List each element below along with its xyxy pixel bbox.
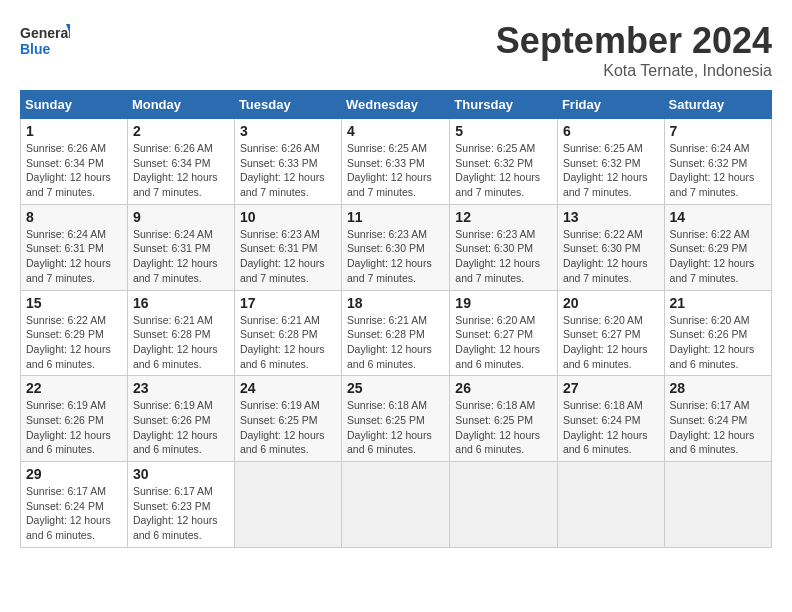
day-number: 9 [133,209,229,225]
day-number: 24 [240,380,336,396]
calendar-cell: 18 Sunrise: 6:21 AM Sunset: 6:28 PM Dayl… [342,290,450,376]
day-number: 18 [347,295,444,311]
calendar-cell: 28 Sunrise: 6:17 AM Sunset: 6:24 PM Dayl… [664,376,771,462]
day-number: 29 [26,466,122,482]
calendar-cell [557,462,664,548]
calendar-cell: 8 Sunrise: 6:24 AM Sunset: 6:31 PM Dayli… [21,204,128,290]
calendar-cell: 11 Sunrise: 6:23 AM Sunset: 6:30 PM Dayl… [342,204,450,290]
header-sunday: Sunday [21,91,128,119]
calendar-cell: 26 Sunrise: 6:18 AM Sunset: 6:25 PM Dayl… [450,376,558,462]
day-number: 3 [240,123,336,139]
calendar-cell: 1 Sunrise: 6:26 AM Sunset: 6:34 PM Dayli… [21,119,128,205]
calendar-table: SundayMondayTuesdayWednesdayThursdayFrid… [20,90,772,548]
calendar-cell: 24 Sunrise: 6:19 AM Sunset: 6:25 PM Dayl… [234,376,341,462]
day-number: 26 [455,380,552,396]
day-info: Sunrise: 6:23 AM Sunset: 6:31 PM Dayligh… [240,227,336,286]
calendar-cell: 27 Sunrise: 6:18 AM Sunset: 6:24 PM Dayl… [557,376,664,462]
calendar-cell: 29 Sunrise: 6:17 AM Sunset: 6:24 PM Dayl… [21,462,128,548]
day-info: Sunrise: 6:26 AM Sunset: 6:33 PM Dayligh… [240,141,336,200]
day-info: Sunrise: 6:26 AM Sunset: 6:34 PM Dayligh… [133,141,229,200]
day-info: Sunrise: 6:26 AM Sunset: 6:34 PM Dayligh… [26,141,122,200]
logo-svg: General Blue [20,20,70,62]
day-info: Sunrise: 6:21 AM Sunset: 6:28 PM Dayligh… [240,313,336,372]
day-number: 8 [26,209,122,225]
day-number: 7 [670,123,766,139]
calendar-week-row: 8 Sunrise: 6:24 AM Sunset: 6:31 PM Dayli… [21,204,772,290]
calendar-cell: 21 Sunrise: 6:20 AM Sunset: 6:26 PM Dayl… [664,290,771,376]
day-info: Sunrise: 6:17 AM Sunset: 6:23 PM Dayligh… [133,484,229,543]
header-thursday: Thursday [450,91,558,119]
calendar-cell: 22 Sunrise: 6:19 AM Sunset: 6:26 PM Dayl… [21,376,128,462]
day-number: 5 [455,123,552,139]
calendar-cell: 10 Sunrise: 6:23 AM Sunset: 6:31 PM Dayl… [234,204,341,290]
day-number: 14 [670,209,766,225]
day-info: Sunrise: 6:19 AM Sunset: 6:25 PM Dayligh… [240,398,336,457]
calendar-cell: 17 Sunrise: 6:21 AM Sunset: 6:28 PM Dayl… [234,290,341,376]
calendar-cell: 6 Sunrise: 6:25 AM Sunset: 6:32 PM Dayli… [557,119,664,205]
calendar-cell [234,462,341,548]
header-tuesday: Tuesday [234,91,341,119]
calendar-header-row: SundayMondayTuesdayWednesdayThursdayFrid… [21,91,772,119]
day-number: 6 [563,123,659,139]
day-number: 1 [26,123,122,139]
calendar-cell: 16 Sunrise: 6:21 AM Sunset: 6:28 PM Dayl… [127,290,234,376]
calendar-cell: 13 Sunrise: 6:22 AM Sunset: 6:30 PM Dayl… [557,204,664,290]
day-info: Sunrise: 6:21 AM Sunset: 6:28 PM Dayligh… [347,313,444,372]
day-number: 19 [455,295,552,311]
header-monday: Monday [127,91,234,119]
day-info: Sunrise: 6:25 AM Sunset: 6:33 PM Dayligh… [347,141,444,200]
day-number: 21 [670,295,766,311]
header-saturday: Saturday [664,91,771,119]
day-number: 4 [347,123,444,139]
day-number: 10 [240,209,336,225]
calendar-cell: 3 Sunrise: 6:26 AM Sunset: 6:33 PM Dayli… [234,119,341,205]
calendar-cell: 2 Sunrise: 6:26 AM Sunset: 6:34 PM Dayli… [127,119,234,205]
calendar-cell: 14 Sunrise: 6:22 AM Sunset: 6:29 PM Dayl… [664,204,771,290]
calendar-cell [450,462,558,548]
day-info: Sunrise: 6:23 AM Sunset: 6:30 PM Dayligh… [455,227,552,286]
day-info: Sunrise: 6:19 AM Sunset: 6:26 PM Dayligh… [26,398,122,457]
calendar-cell: 20 Sunrise: 6:20 AM Sunset: 6:27 PM Dayl… [557,290,664,376]
location-subtitle: Kota Ternate, Indonesia [496,62,772,80]
day-info: Sunrise: 6:20 AM Sunset: 6:27 PM Dayligh… [455,313,552,372]
day-info: Sunrise: 6:25 AM Sunset: 6:32 PM Dayligh… [563,141,659,200]
page-header: General Blue September 2024 Kota Ternate… [20,20,772,80]
day-number: 22 [26,380,122,396]
logo: General Blue [20,20,70,62]
calendar-cell: 9 Sunrise: 6:24 AM Sunset: 6:31 PM Dayli… [127,204,234,290]
calendar-cell: 25 Sunrise: 6:18 AM Sunset: 6:25 PM Dayl… [342,376,450,462]
day-info: Sunrise: 6:18 AM Sunset: 6:25 PM Dayligh… [347,398,444,457]
day-info: Sunrise: 6:20 AM Sunset: 6:27 PM Dayligh… [563,313,659,372]
day-info: Sunrise: 6:24 AM Sunset: 6:31 PM Dayligh… [133,227,229,286]
calendar-week-row: 1 Sunrise: 6:26 AM Sunset: 6:34 PM Dayli… [21,119,772,205]
svg-text:Blue: Blue [20,41,51,57]
calendar-week-row: 29 Sunrise: 6:17 AM Sunset: 6:24 PM Dayl… [21,462,772,548]
calendar-cell: 12 Sunrise: 6:23 AM Sunset: 6:30 PM Dayl… [450,204,558,290]
day-info: Sunrise: 6:20 AM Sunset: 6:26 PM Dayligh… [670,313,766,372]
day-info: Sunrise: 6:17 AM Sunset: 6:24 PM Dayligh… [670,398,766,457]
day-info: Sunrise: 6:25 AM Sunset: 6:32 PM Dayligh… [455,141,552,200]
day-info: Sunrise: 6:17 AM Sunset: 6:24 PM Dayligh… [26,484,122,543]
day-info: Sunrise: 6:19 AM Sunset: 6:26 PM Dayligh… [133,398,229,457]
day-number: 23 [133,380,229,396]
day-number: 11 [347,209,444,225]
day-number: 30 [133,466,229,482]
day-number: 27 [563,380,659,396]
calendar-cell: 19 Sunrise: 6:20 AM Sunset: 6:27 PM Dayl… [450,290,558,376]
calendar-week-row: 15 Sunrise: 6:22 AM Sunset: 6:29 PM Dayl… [21,290,772,376]
svg-text:General: General [20,25,70,41]
day-number: 28 [670,380,766,396]
day-info: Sunrise: 6:23 AM Sunset: 6:30 PM Dayligh… [347,227,444,286]
title-block: September 2024 Kota Ternate, Indonesia [496,20,772,80]
calendar-cell [342,462,450,548]
day-number: 15 [26,295,122,311]
day-info: Sunrise: 6:24 AM Sunset: 6:32 PM Dayligh… [670,141,766,200]
calendar-cell: 4 Sunrise: 6:25 AM Sunset: 6:33 PM Dayli… [342,119,450,205]
day-info: Sunrise: 6:22 AM Sunset: 6:30 PM Dayligh… [563,227,659,286]
day-number: 13 [563,209,659,225]
day-info: Sunrise: 6:18 AM Sunset: 6:24 PM Dayligh… [563,398,659,457]
day-info: Sunrise: 6:21 AM Sunset: 6:28 PM Dayligh… [133,313,229,372]
calendar-cell: 23 Sunrise: 6:19 AM Sunset: 6:26 PM Dayl… [127,376,234,462]
calendar-cell: 5 Sunrise: 6:25 AM Sunset: 6:32 PM Dayli… [450,119,558,205]
day-number: 25 [347,380,444,396]
